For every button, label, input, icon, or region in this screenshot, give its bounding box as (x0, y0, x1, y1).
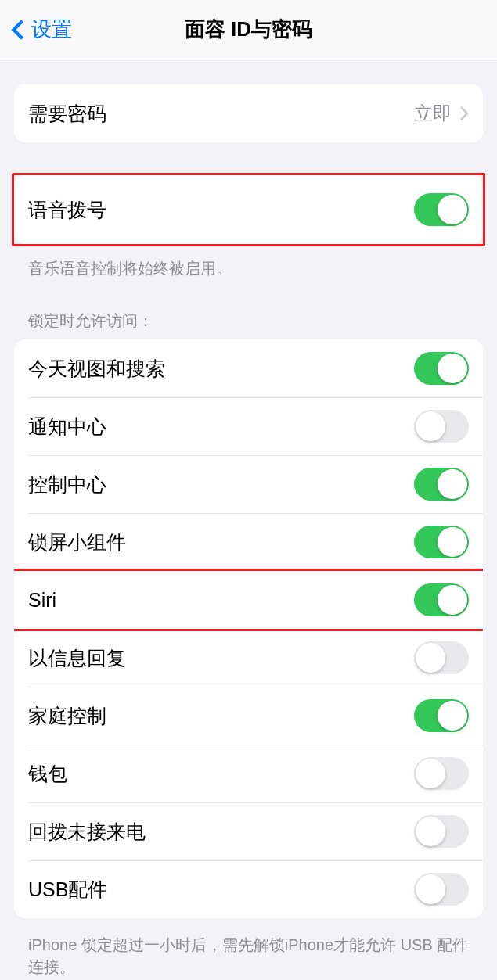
lock-access-label: Siri (28, 589, 56, 612)
lock-access-label: 通知中心 (28, 414, 106, 440)
require-passcode-value: 立即 (414, 101, 452, 126)
lock-access-label: 锁屏小组件 (28, 529, 126, 555)
back-label: 设置 (31, 16, 72, 43)
lock-access-label: USB配件 (28, 877, 107, 903)
require-passcode-row[interactable]: 需要密码 立即 (14, 84, 483, 142)
voice-dial-highlight: 语音拨号 (12, 173, 485, 246)
lock-access-toggle[interactable] (414, 410, 469, 443)
lock-access-label: 控制中心 (28, 472, 106, 497)
lock-access-row: 控制中心 (14, 455, 483, 513)
voice-dial-row: 语音拨号 (14, 175, 483, 244)
require-passcode-label: 需要密码 (28, 101, 106, 127)
nav-bar: 设置 面容 ID与密码 (0, 0, 497, 59)
lock-access-group: 今天视图和搜索通知中心控制中心锁屏小组件Siri以信息回复家庭控制钱包回拨未接来… (14, 339, 483, 918)
lock-access-toggle[interactable] (414, 468, 469, 501)
lock-access-toggle[interactable] (414, 641, 469, 674)
lock-access-label: 以信息回复 (28, 645, 126, 671)
chevron-right-icon (459, 106, 469, 121)
siri-highlight: Siri (14, 569, 483, 631)
lock-access-row: 家庭控制 (14, 687, 483, 745)
lock-access-row: Siri (14, 571, 483, 629)
back-button[interactable]: 设置 (11, 16, 72, 43)
lock-access-toggle[interactable] (414, 815, 469, 848)
lock-access-row: USB配件 (14, 860, 483, 918)
lock-access-toggle[interactable] (414, 352, 469, 385)
lock-access-toggle[interactable] (414, 583, 469, 616)
chevron-left-icon (11, 19, 25, 41)
lock-access-row: 锁屏小组件 (14, 513, 483, 571)
lock-access-row: 钱包 (14, 745, 483, 802)
lock-access-row: 以信息回复 (14, 629, 483, 687)
lock-access-label: 家庭控制 (28, 703, 106, 729)
lock-access-header: 锁定时允许访问： (14, 295, 483, 339)
page-title: 面容 ID与密码 (0, 16, 497, 43)
voice-dial-footer: 音乐语音控制将始终被启用。 (14, 253, 483, 295)
lock-access-toggle[interactable] (414, 699, 469, 732)
lock-access-label: 今天视图和搜索 (28, 356, 165, 382)
lock-access-toggle[interactable] (414, 757, 469, 790)
lock-access-footer: iPhone 锁定超过一小时后，需先解锁iPhone才能允许 USB 配件连接。 (14, 926, 483, 980)
lock-access-toggle[interactable] (414, 873, 469, 906)
passcode-group: 需要密码 立即 (14, 84, 483, 142)
lock-access-row: 通知中心 (14, 397, 483, 455)
lock-access-row: 今天视图和搜索 (14, 339, 483, 397)
lock-access-row: 回拨未接来电 (14, 802, 483, 860)
voice-dial-label: 语音拨号 (28, 197, 106, 223)
lock-access-label: 钱包 (28, 761, 67, 787)
lock-access-toggle[interactable] (414, 526, 469, 558)
lock-access-label: 回拨未接来电 (28, 819, 146, 845)
voice-dial-toggle[interactable] (414, 193, 469, 226)
